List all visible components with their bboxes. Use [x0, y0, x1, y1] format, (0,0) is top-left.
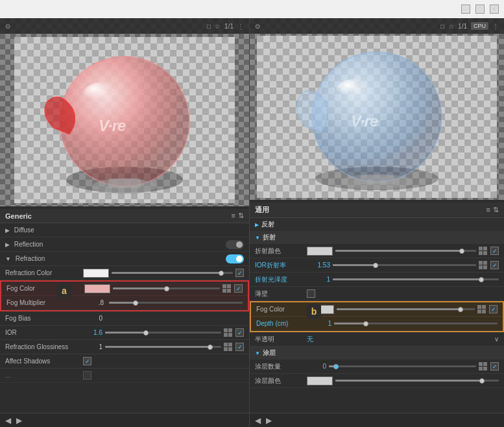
right-refraction-glossiness-row[interactable]: 折射光泽度 1 — [250, 273, 504, 287]
right-preview-header-right: □ ☆ 1/1 CPU ⋮ — [440, 22, 499, 30]
right-coating-amount-grid[interactable] — [479, 362, 488, 371]
right-ior-row[interactable]: IOR折射率 1.53 — [250, 258, 504, 273]
diffuse-arrow[interactable]: ▶ — [5, 227, 10, 234]
refraction-glossiness-checkbox[interactable] — [235, 343, 244, 351]
refraction-row[interactable]: ▼ Refraction — [0, 252, 249, 266]
right-translucency-dropdown[interactable]: ∨ — [494, 336, 499, 343]
right-refraction-glossiness-controls: 1 — [307, 275, 499, 284]
right-next-arrow[interactable]: ▶ — [266, 416, 272, 425]
right-ior-checkbox[interactable] — [490, 261, 499, 269]
fog-multiplier-slider[interactable] — [109, 299, 243, 308]
refraction-glossiness-row[interactable]: Refraction Glossiness 1 — [0, 340, 249, 354]
right-depth-slider[interactable] — [334, 319, 498, 328]
maximize-button[interactable]: □ — [475, 5, 485, 14]
right-fog-color-grid[interactable] — [477, 305, 486, 314]
right-menu-icon[interactable]: ⋮ — [492, 23, 499, 30]
right-ior-grid[interactable] — [479, 261, 488, 270]
refraction-subsection[interactable]: ▼ 折射 — [250, 231, 504, 244]
right-coating-amount-label: 涂层数量 — [255, 362, 307, 371]
fog-multiplier-controls: .8 — [84, 299, 243, 308]
coating-subsection-icon: ▼ — [255, 350, 260, 356]
right-refraction-color-slider[interactable] — [335, 247, 476, 256]
reflection-subsection[interactable]: ▶ 反射 — [250, 218, 504, 231]
right-coating-amount-row[interactable]: 涂层数量 0 — [250, 360, 504, 374]
fog-color-controls — [84, 284, 243, 293]
right-translucency-label: 半透明 — [255, 335, 307, 344]
affect-shadows-checkbox[interactable] — [83, 357, 91, 365]
refraction-color-row[interactable]: Refraction Color — [0, 266, 249, 280]
right-fog-color-checkbox[interactable] — [489, 305, 498, 313]
left-section-header: Generic ≡ ⇅ — [0, 209, 249, 223]
fog-color-slider[interactable] — [113, 284, 220, 293]
right-ior-slider[interactable] — [333, 261, 476, 270]
right-fog-color-row[interactable]: Fog Color — [251, 302, 503, 317]
right-copy-icon[interactable]: □ — [440, 23, 444, 30]
right-coating-amount-slider[interactable] — [329, 362, 476, 371]
refraction-expand-arrow[interactable]: ▼ — [5, 256, 11, 262]
refraction-subsection-icon: ▼ — [255, 235, 260, 241]
more-checkbox[interactable] — [83, 371, 91, 380]
right-depth-row[interactable]: Depth (cm) 1 — [251, 317, 503, 331]
reflection-row[interactable]: ▶ Reflection — [0, 238, 249, 252]
fog-bias-value: 0 — [83, 315, 102, 322]
right-coating-color-slider[interactable] — [335, 376, 499, 385]
right-thin-shell-checkbox[interactable] — [307, 289, 315, 298]
refraction-glossiness-slider[interactable] — [105, 343, 221, 352]
diffuse-row[interactable]: ▶ Diffuse — [0, 223, 249, 238]
fog-color-checkbox[interactable] — [234, 284, 243, 293]
right-refraction-color-label: 折射颜色 — [255, 247, 307, 256]
right-refraction-color-checkbox[interactable] — [490, 247, 499, 255]
fog-color-swatch[interactable] — [84, 284, 110, 293]
refraction-glossiness-grid-icon[interactable] — [224, 343, 233, 352]
right-refraction-color-swatch[interactable] — [307, 247, 333, 256]
reflection-label: ▶ Reflection — [5, 241, 83, 248]
fog-color-row[interactable]: Fog Color — [1, 282, 248, 296]
affect-shadows-label: Affect Shadows — [5, 358, 83, 365]
refraction-color-slider[interactable] — [112, 269, 233, 278]
fog-bias-row[interactable]: Fog Bias 0 — [0, 311, 249, 326]
svg-point-20 — [336, 79, 372, 103]
ior-grid-icon[interactable] — [224, 328, 233, 337]
more-row[interactable]: ... — [0, 369, 249, 383]
next-arrow[interactable]: ▶ — [16, 416, 22, 425]
sort-icon[interactable]: ⇅ — [238, 212, 244, 220]
reflection-toggle[interactable] — [226, 240, 244, 249]
prev-arrow[interactable]: ◀ — [5, 416, 11, 425]
refraction-color-checkbox[interactable] — [235, 269, 244, 277]
right-fog-color-slider[interactable] — [337, 305, 475, 314]
right-refraction-glossiness-slider[interactable] — [333, 275, 499, 284]
ior-slider[interactable] — [105, 328, 221, 337]
right-refraction-color-row[interactable]: 折射颜色 — [250, 244, 504, 258]
right-prev-arrow[interactable]: ◀ — [255, 416, 261, 425]
menu-icon[interactable]: ⋮ — [237, 23, 244, 30]
right-coating-color-controls — [307, 376, 499, 385]
affect-shadows-row[interactable]: Affect Shadows — [0, 354, 249, 369]
fog-color-grid-icon[interactable] — [222, 284, 232, 293]
right-filter-icon[interactable]: ≡ — [486, 206, 490, 214]
right-ior-controls: 1.53 — [307, 261, 499, 270]
right-refraction-glossiness-label: 折射光泽度 — [255, 275, 307, 284]
refraction-color-swatch[interactable] — [83, 269, 109, 278]
ior-row[interactable]: IOR 1.6 — [0, 326, 249, 340]
save-icon[interactable]: ☆ — [215, 23, 221, 30]
minimize-button[interactable]: — — [461, 5, 470, 14]
right-coating-color-swatch[interactable] — [307, 376, 333, 385]
filter-icon[interactable]: ≡ — [232, 212, 235, 220]
right-refraction-color-grid[interactable] — [479, 247, 488, 256]
fog-multiplier-row[interactable]: Fog Multiplier .8 — [1, 296, 248, 310]
right-save-icon[interactable]: ☆ — [448, 23, 454, 30]
refraction-toggle[interactable] — [226, 254, 244, 263]
right-coating-amount-checkbox[interactable] — [490, 362, 499, 371]
right-preview-area: ⊙ □ ☆ 1/1 CPU ⋮ — [250, 18, 504, 200]
coating-subsection[interactable]: ▼ 涂层 — [250, 347, 504, 360]
copy-icon[interactable]: □ — [207, 23, 211, 30]
close-button[interactable]: ✕ — [490, 5, 499, 14]
right-sort-icon[interactable]: ⇅ — [493, 206, 499, 214]
right-coating-color-row[interactable]: 涂层颜色 — [250, 374, 504, 388]
ior-checkbox[interactable] — [235, 328, 244, 337]
right-thin-shell-row[interactable]: 薄壁 — [250, 287, 504, 301]
refraction-color-label: Refraction Color — [5, 269, 83, 276]
reflection-arrow[interactable]: ▶ — [5, 241, 10, 248]
right-translucency-row[interactable]: 半透明 无 ∨ — [250, 332, 504, 347]
refraction-subsection-title: 折射 — [263, 233, 276, 242]
